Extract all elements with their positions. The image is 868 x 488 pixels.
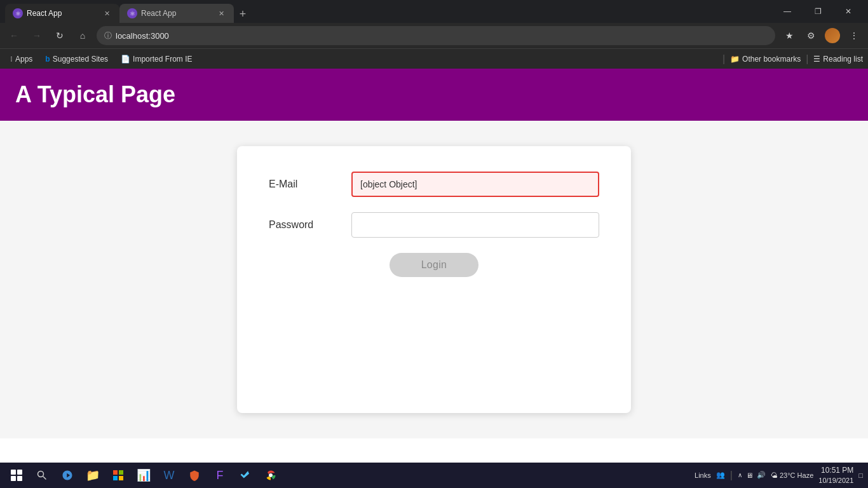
- weather-text: 23°C Haze: [780, 471, 813, 479]
- taskbar-chrome-icon[interactable]: [259, 464, 282, 487]
- notification-icon[interactable]: □: [858, 471, 863, 479]
- bookmark-apps-label: Apps: [15, 55, 32, 64]
- forward-button[interactable]: →: [28, 27, 46, 44]
- bookmark-suggested-label: Suggested Sites: [53, 55, 108, 64]
- email-label: E-Mail: [269, 179, 351, 190]
- weather-widget[interactable]: 🌤 23°C Haze: [771, 471, 813, 479]
- svg-point-3: [269, 474, 273, 477]
- close-button[interactable]: ✕: [834, 0, 863, 23]
- clock[interactable]: 10:51 PM 10/19/2021: [818, 466, 853, 485]
- up-arrow-icon[interactable]: ∧: [738, 471, 742, 478]
- tab-bar: ⚛ React App ✕ ⚛ React App ✕ +: [5, 0, 768, 23]
- tab-react-app-2[interactable]: ⚛ React App ✕: [119, 4, 234, 23]
- lock-icon: ⓘ: [104, 30, 112, 41]
- address-bar: ← → ↻ ⌂ ⓘ localhost:3000 ★ ⚙ ⋮: [0, 23, 868, 48]
- url-text: localhost:3000: [116, 31, 768, 41]
- taskbar-icons: 📁 📊 W F: [31, 464, 282, 487]
- weather-icon: 🌤: [771, 471, 778, 479]
- tab-title-1: React App: [27, 9, 98, 18]
- taskbar-people-icon[interactable]: 👥: [716, 471, 725, 479]
- svg-line-1: [43, 477, 46, 479]
- separator: |: [722, 53, 725, 65]
- page-header: A Typical Page: [0, 69, 868, 121]
- separator2: |: [806, 53, 808, 65]
- bookmarks-right: | 📁 Other bookmarks | ☰ Reading list: [722, 53, 863, 65]
- taskbar-right: Links 👥 | ∧ 🖥 🔊 🌤 23°C Haze 10:51 PM 10/…: [695, 466, 863, 485]
- reading-list-icon: ☰: [813, 55, 820, 64]
- start-button[interactable]: [5, 464, 28, 487]
- reload-button[interactable]: ↻: [51, 27, 69, 44]
- url-bar[interactable]: ⓘ localhost:3000: [97, 26, 775, 45]
- speaker-icon[interactable]: 🔊: [757, 471, 766, 479]
- other-bookmarks-item[interactable]: 📁 Other bookmarks: [730, 55, 801, 64]
- page-content: A Typical Page E-Mail Password Login: [0, 69, 868, 463]
- bookmarks-bar: ⁝ Apps b Suggested Sites 📄 Imported From…: [0, 48, 868, 69]
- browser-chrome: ⚛ React App ✕ ⚛ React App ✕ + — ❐ ✕ ← → …: [0, 0, 868, 69]
- extensions-button[interactable]: ⚙: [802, 27, 820, 44]
- network-icon[interactable]: 🖥: [746, 471, 753, 479]
- taskbar-edge-icon[interactable]: [56, 464, 79, 487]
- apps-grid-icon: ⁝: [10, 55, 13, 64]
- clock-date: 10/19/2021: [818, 476, 853, 485]
- clock-time: 10:51 PM: [818, 466, 853, 476]
- taskbar-files-icon[interactable]: 📁: [81, 464, 104, 487]
- form-actions: Login: [269, 253, 599, 277]
- bookmark-apps[interactable]: ⁝ Apps: [5, 53, 37, 65]
- taskbar: 📁 📊 W F Links 👥 | ∧ 🖥 🔊: [0, 463, 868, 488]
- taskbar-powerpoint-icon[interactable]: 📊: [132, 464, 155, 487]
- maximize-button[interactable]: ❐: [803, 0, 832, 23]
- tab-favicon-2: ⚛: [127, 8, 137, 18]
- other-bookmarks-icon: 📁: [730, 55, 740, 64]
- taskbar-vscode-icon[interactable]: [234, 464, 257, 487]
- taskbar-windows-icon[interactable]: [107, 464, 130, 487]
- tab-react-app-1[interactable]: ⚛ React App ✕: [5, 4, 119, 23]
- taskbar-brave-icon[interactable]: [183, 464, 206, 487]
- email-input[interactable]: [351, 172, 599, 197]
- bookmark-imported-from-ie[interactable]: 📄 Imported From IE: [116, 53, 197, 65]
- windows-logo-icon: [11, 470, 22, 481]
- title-bar: ⚛ React App ✕ ⚛ React App ✕ + — ❐ ✕: [0, 0, 868, 23]
- page-body: E-Mail Password Login: [0, 121, 868, 438]
- bookmark-suggested-sites[interactable]: b Suggested Sites: [40, 53, 113, 65]
- email-row: E-Mail: [269, 172, 599, 197]
- tab-close-1[interactable]: ✕: [102, 8, 112, 18]
- password-input[interactable]: [351, 212, 599, 238]
- login-card: E-Mail Password Login: [237, 146, 631, 413]
- taskbar-links-label: Links: [695, 471, 711, 479]
- password-row: Password: [269, 212, 599, 238]
- tab-title-2: React App: [141, 9, 212, 18]
- tab-favicon-1: ⚛: [13, 8, 23, 18]
- taskbar-search-icon[interactable]: [31, 464, 53, 487]
- tab-close-2[interactable]: ✕: [216, 8, 226, 18]
- menu-button[interactable]: ⋮: [845, 27, 863, 44]
- folder-icon: 📄: [121, 55, 130, 64]
- svg-point-0: [38, 471, 44, 477]
- back-button[interactable]: ←: [5, 27, 23, 44]
- reading-list-label: Reading list: [823, 55, 863, 64]
- new-tab-button[interactable]: +: [234, 5, 252, 23]
- bookmark-imported-label: Imported From IE: [133, 55, 192, 64]
- login-button[interactable]: Login: [390, 253, 479, 277]
- taskbar-word-icon[interactable]: W: [158, 464, 180, 487]
- toolbar-right: ★ ⚙ ⋮: [780, 27, 863, 44]
- other-bookmarks-label: Other bookmarks: [742, 55, 801, 64]
- bing-icon: b: [45, 55, 50, 64]
- window-controls: — ❐ ✕: [773, 0, 863, 23]
- minimize-button[interactable]: —: [773, 0, 802, 23]
- profile-avatar[interactable]: [824, 27, 841, 44]
- reading-list-item[interactable]: ☰ Reading list: [813, 55, 863, 64]
- system-tray: ∧ 🖥 🔊: [738, 471, 766, 479]
- taskbar-figma-icon[interactable]: F: [208, 464, 231, 487]
- password-label: Password: [269, 219, 351, 231]
- bookmark-star-button[interactable]: ★: [780, 27, 798, 44]
- home-button[interactable]: ⌂: [74, 27, 92, 44]
- page-title: A Typical Page: [15, 81, 853, 108]
